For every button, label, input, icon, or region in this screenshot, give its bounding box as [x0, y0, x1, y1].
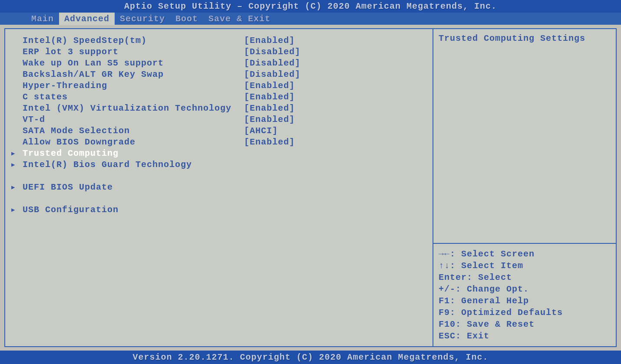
legend-general-help: F1: General Help [439, 295, 611, 307]
setting-vtd[interactable]: VT-d [Enabled] [23, 114, 428, 125]
setting-value: [AHCI] [244, 125, 428, 137]
setting-wake-on-lan[interactable]: Wake up On Lan S5 support [Disabled] [23, 58, 428, 69]
legend-area: →←: Select Screen ↑↓: Select Item Enter:… [433, 244, 616, 346]
submenu-bios-guard[interactable]: ▶ Intel(R) Bios Guard Technology [23, 159, 428, 171]
footer-text: Version 2.20.1271. Copyright (C) 2020 Am… [132, 352, 488, 362]
setting-label: C states [23, 92, 244, 103]
setting-label: Intel(R) SpeedStep(tm) [23, 35, 244, 46]
submenu-label: Intel(R) Bios Guard Technology [23, 159, 244, 171]
legend-exit: ESC: Exit [439, 330, 611, 342]
setting-value: [Disabled] [244, 69, 428, 80]
setting-label: Allow BIOS Downgrade [23, 137, 244, 148]
submenu-arrow-icon: ▶ [11, 206, 15, 214]
setting-bios-downgrade[interactable]: Allow BIOS Downgrade [Enabled] [23, 137, 428, 148]
main-area: Intel(R) SpeedStep(tm) [Enabled] ERP lot… [4, 28, 617, 347]
setting-value: [Enabled] [244, 103, 428, 114]
setting-label: SATA Mode Selection [23, 125, 244, 137]
tab-bar: Main Advanced Security Boot Save & Exit [0, 13, 621, 25]
setting-vmx-virtualization[interactable]: Intel (VMX) Virtualization Technology [E… [23, 103, 428, 114]
setting-value: [Enabled] [244, 137, 428, 148]
blank-row [23, 171, 428, 182]
blank-row [23, 193, 428, 204]
right-panel: Trusted Computing Settings →←: Select Sc… [433, 29, 616, 346]
setting-hyperthreading[interactable]: Hyper-Threading [Enabled] [23, 80, 428, 92]
setting-label: Backslash/ALT GR Key Swap [23, 69, 244, 80]
submenu-arrow-icon: ▶ [11, 161, 15, 169]
setting-cstates[interactable]: C states [Enabled] [23, 92, 428, 103]
header-title: Aptio Setup Utility – Copyright (C) 2020… [124, 1, 497, 11]
setting-backslash-altgr[interactable]: Backslash/ALT GR Key Swap [Disabled] [23, 69, 428, 80]
submenu-usb-configuration[interactable]: ▶ USB Configuration [23, 204, 428, 216]
legend-select-item: ↑↓: Select Item [439, 260, 611, 272]
legend-optimized-defaults: F9: Optimized Defaults [439, 307, 611, 318]
setting-sata-mode[interactable]: SATA Mode Selection [AHCI] [23, 125, 428, 137]
tab-advanced[interactable]: Advanced [59, 13, 115, 25]
submenu-label: USB Configuration [23, 204, 244, 216]
help-text: Trusted Computing Settings [433, 29, 616, 244]
submenu-arrow-icon: ▶ [11, 184, 15, 191]
setting-label: Intel (VMX) Virtualization Technology [23, 103, 244, 114]
submenu-arrow-icon: ▶ [11, 150, 15, 157]
setting-value: [Enabled] [244, 35, 428, 46]
submenu-label: UEFI BIOS Update [23, 182, 244, 193]
setting-label: Hyper-Threading [23, 80, 244, 92]
footer-bar: Version 2.20.1271. Copyright (C) 2020 Am… [0, 351, 621, 364]
header-title-bar: Aptio Setup Utility – Copyright (C) 2020… [0, 0, 621, 13]
help-text-content: Trusted Computing Settings [439, 33, 585, 43]
setting-label: ERP lot 3 support [23, 46, 244, 58]
setting-label: Wake up On Lan S5 support [23, 58, 244, 69]
submenu-trusted-computing[interactable]: ▶ Trusted Computing [23, 148, 428, 159]
tab-save-exit[interactable]: Save & Exit [203, 13, 276, 25]
legend-select-screen: →←: Select Screen [439, 248, 611, 260]
setting-value: [Enabled] [244, 92, 428, 103]
setting-value: [Enabled] [244, 114, 428, 125]
submenu-label: Trusted Computing [23, 148, 244, 159]
bios-screen: Aptio Setup Utility – Copyright (C) 2020… [0, 0, 621, 364]
legend-save-reset: F10: Save & Reset [439, 318, 611, 330]
setting-label: VT-d [23, 114, 244, 125]
legend-enter-select: Enter: Select [439, 272, 611, 283]
submenu-uefi-bios-update[interactable]: ▶ UEFI BIOS Update [23, 182, 428, 193]
setting-value: [Disabled] [244, 58, 428, 69]
legend-change-opt: +/-: Change Opt. [439, 283, 611, 295]
setting-value: [Disabled] [244, 46, 428, 58]
settings-panel: Intel(R) SpeedStep(tm) [Enabled] ERP lot… [5, 29, 433, 346]
setting-value: [Enabled] [244, 80, 428, 92]
tab-security[interactable]: Security [115, 13, 170, 25]
tab-boot[interactable]: Boot [170, 13, 203, 25]
tab-main[interactable]: Main [26, 13, 59, 25]
setting-erp-lot3[interactable]: ERP lot 3 support [Disabled] [23, 46, 428, 58]
setting-speedstep[interactable]: Intel(R) SpeedStep(tm) [Enabled] [23, 35, 428, 46]
